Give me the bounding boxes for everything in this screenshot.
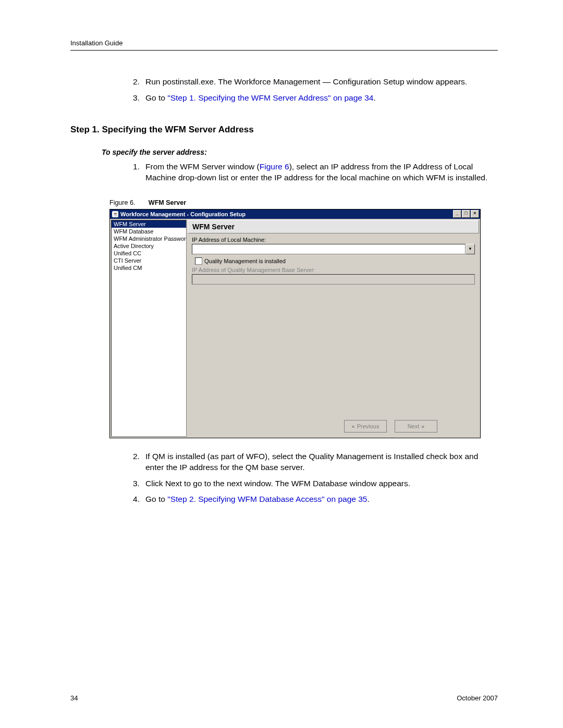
minimize-button[interactable]: _ bbox=[453, 210, 461, 218]
nav-item-wfm-server[interactable]: WFM Server bbox=[112, 220, 186, 228]
item-text: Run postinstall.exe. The Workforce Manag… bbox=[145, 77, 467, 88]
item-number: 1. bbox=[133, 162, 145, 183]
figure-title: WFM Server bbox=[149, 199, 186, 206]
list-item: 1. From the WFM Server window (Figure 6)… bbox=[133, 162, 498, 183]
qm-ip-field bbox=[192, 274, 475, 285]
item-number: 3. bbox=[133, 93, 145, 104]
running-header: Installation Guide bbox=[70, 39, 498, 47]
cross-reference-link[interactable]: "Step 2. Specifying WFM Database Access"… bbox=[167, 495, 367, 503]
item-number: 3. bbox=[133, 478, 145, 489]
ip-address-dropdown[interactable] bbox=[192, 244, 466, 254]
wizard-button-bar: « Previous Next » bbox=[188, 416, 479, 437]
window-title: Workforce Management - Configuration Set… bbox=[120, 211, 246, 217]
text-fragment: Click bbox=[145, 479, 165, 488]
item-number: 2. bbox=[133, 77, 145, 88]
page-number: 34 bbox=[70, 694, 78, 702]
qm-installed-checkbox[interactable] bbox=[195, 257, 202, 265]
window-titlebar: ☕ Workforce Management - Configuration S… bbox=[110, 209, 480, 219]
procedure-list: 1. From the WFM Server window (Figure 6)… bbox=[133, 162, 498, 183]
nav-item-active-directory[interactable]: Active Directory bbox=[112, 242, 186, 250]
figure-caption: Figure 6. WFM Server bbox=[109, 199, 498, 206]
list-item: 2. Run postinstall.exe. The Workforce Ma… bbox=[133, 77, 498, 88]
chevron-left-icon: « bbox=[352, 423, 355, 429]
text-fragment: . bbox=[367, 495, 369, 503]
page-footer: 34 October 2007 bbox=[70, 694, 498, 702]
text-fragment: From the WFM Server window ( bbox=[145, 162, 260, 171]
procedure-list-continued: 2. If QM is installed (as part of WFO), … bbox=[133, 451, 498, 505]
maximize-button[interactable]: □ bbox=[462, 210, 470, 218]
header-rule bbox=[70, 50, 498, 51]
wizard-nav-panel: WFM Server WFM Database WFM Administrato… bbox=[111, 220, 187, 437]
item-text: Go to "Step 1. Specifying the WFM Server… bbox=[145, 93, 376, 104]
panel-title: WFM Server bbox=[188, 220, 479, 233]
procedure-intro: To specify the server address: bbox=[102, 148, 498, 156]
text-fragment: Go to bbox=[145, 93, 167, 102]
next-button[interactable]: Next » bbox=[395, 420, 437, 433]
qm-ip-label: IP Address of Quality Management Base Se… bbox=[192, 267, 475, 273]
list-item: 3. Go to "Step 1. Specifying the WFM Ser… bbox=[133, 93, 498, 104]
item-text: Click Next to go to the next window. The… bbox=[145, 478, 410, 489]
close-button[interactable]: × bbox=[471, 210, 479, 218]
item-text: From the WFM Server window (Figure 6), s… bbox=[145, 162, 498, 183]
text-fragment: . bbox=[373, 93, 375, 102]
nav-item-admin-password[interactable]: WFM Administrator Password bbox=[112, 235, 186, 242]
text-fragment: Go to bbox=[145, 495, 167, 503]
intro-list: 2. Run postinstall.exe. The Workforce Ma… bbox=[133, 77, 498, 104]
ip-address-label: IP Address of Local Machine: bbox=[192, 237, 475, 243]
figure-reference-link[interactable]: Figure 6 bbox=[260, 162, 289, 171]
button-label: Previous bbox=[357, 423, 380, 429]
qm-checkbox-label: Quality Management is installed bbox=[204, 258, 286, 264]
list-item: 4. Go to "Step 2. Specifying WFM Databas… bbox=[133, 494, 498, 505]
java-icon: ☕ bbox=[112, 211, 118, 217]
previous-button[interactable]: « Previous bbox=[344, 420, 387, 433]
nav-item-unified-cc[interactable]: Unified CC bbox=[112, 250, 186, 257]
button-label: Next bbox=[408, 423, 420, 429]
figure-number: Figure 6. bbox=[109, 199, 135, 206]
item-number: 2. bbox=[133, 451, 145, 473]
item-text: If QM is installed (as part of WFO), sel… bbox=[145, 451, 498, 473]
chevron-right-icon: » bbox=[421, 423, 424, 429]
list-item: 2. If QM is installed (as part of WFO), … bbox=[133, 451, 498, 473]
item-number: 4. bbox=[133, 494, 145, 505]
item-text: Go to "Step 2. Specifying WFM Database A… bbox=[145, 494, 370, 505]
ui-term: Next bbox=[165, 479, 182, 488]
cross-reference-link[interactable]: "Step 1. Specifying the WFM Server Addre… bbox=[167, 93, 373, 102]
nav-item-cti-server[interactable]: CTI Server bbox=[112, 257, 186, 264]
section-heading: Step 1. Specifying the WFM Server Addres… bbox=[70, 125, 498, 135]
text-fragment: to go to the next window. The WFM Databa… bbox=[182, 479, 410, 488]
dropdown-arrow-icon[interactable]: ▼ bbox=[466, 244, 475, 254]
footer-date: October 2007 bbox=[457, 694, 498, 702]
nav-item-unified-cm[interactable]: Unified CM bbox=[112, 264, 186, 272]
screenshot-window: ☕ Workforce Management - Configuration S… bbox=[109, 209, 481, 438]
list-item: 3. Click Next to go to the next window. … bbox=[133, 478, 498, 489]
nav-item-wfm-database[interactable]: WFM Database bbox=[112, 228, 186, 235]
wizard-content-panel: WFM Server IP Address of Local Machine: … bbox=[188, 220, 479, 437]
